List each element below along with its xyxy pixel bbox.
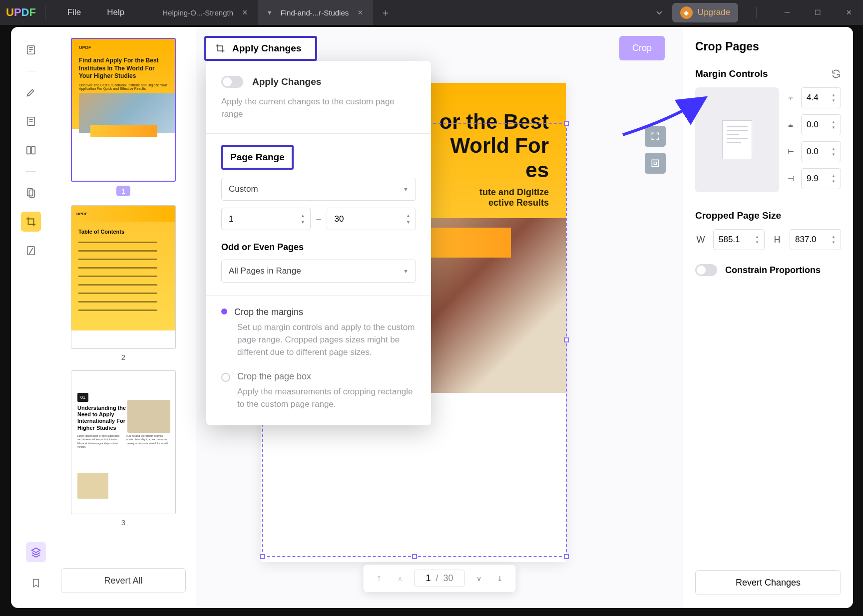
tab-find[interactable]: ▾ Find-and-...r-Studies ×	[258, 0, 373, 25]
reset-crop-button[interactable]	[645, 153, 666, 174]
divider	[756, 7, 757, 18]
radio-crop-margins[interactable]: Crop the margins	[221, 307, 416, 317]
step-down-icon[interactable]: ▼	[832, 125, 836, 130]
svg-rect-7	[652, 160, 658, 166]
revert-changes-button[interactable]: Revert Changes	[695, 570, 841, 595]
margin-left-icon: ⊢	[785, 147, 796, 156]
step-up-icon[interactable]: ▲	[832, 235, 836, 239]
constrain-toggle[interactable]	[695, 264, 717, 276]
apply-toggle[interactable]	[221, 76, 243, 88]
decor-strip	[90, 125, 157, 137]
first-page-button[interactable]: ⤒	[372, 572, 386, 586]
crop-handle[interactable]	[564, 337, 569, 342]
margin-right-input[interactable]: 9.9▲▼	[801, 168, 841, 189]
crop-handle[interactable]	[260, 554, 265, 559]
divider	[206, 133, 431, 134]
last-page-button[interactable]: ⤓	[493, 572, 507, 586]
input-value: 0.0	[807, 120, 819, 130]
step-down-icon[interactable]: ▼	[832, 179, 836, 184]
page-size-title: Cropped Page Size	[695, 210, 781, 221]
step-down-icon[interactable]: ▼	[832, 152, 836, 157]
page-range-select[interactable]: Custom ▼	[221, 178, 416, 201]
upgrade-label: Upgrade	[698, 7, 730, 17]
thumb-title: Understanding the Need to Apply Internat…	[77, 405, 128, 431]
reset-icon[interactable]	[831, 69, 841, 79]
thumb-sub: Discover The Best Educational Institute …	[79, 83, 168, 90]
minimize-button[interactable]: ─	[785, 8, 790, 16]
tab-helping[interactable]: Helping-O...-Strength ×	[152, 0, 257, 25]
height-input[interactable]: 837.0▲▼	[790, 229, 841, 250]
tool-redact[interactable]	[21, 241, 41, 261]
step-down-icon[interactable]: ▼	[755, 240, 759, 245]
input-value: 1	[229, 214, 233, 224]
chevron-down-icon: ▼	[403, 186, 409, 192]
svg-rect-3	[31, 147, 35, 154]
photo-icon	[77, 473, 108, 499]
maximize-button[interactable]: ☐	[815, 8, 821, 16]
svg-rect-0	[27, 46, 35, 54]
close-icon[interactable]: ×	[358, 7, 363, 18]
step-up-icon[interactable]: ▲	[832, 147, 836, 151]
margin-left-input[interactable]: 0.0▲▼	[801, 141, 841, 162]
step-up-icon[interactable]: ▲	[832, 93, 836, 97]
margin-bottom-icon: ⫨	[785, 121, 796, 129]
radio-crop-box[interactable]: Crop the page box	[221, 371, 416, 382]
upgrade-button[interactable]: ◆ Upgrade	[672, 3, 738, 22]
width-input[interactable]: 585.1▲▼	[713, 229, 765, 250]
revert-all-button[interactable]: Revert All	[61, 568, 186, 593]
tool-organize[interactable]	[21, 183, 41, 203]
current-page: 1	[426, 573, 431, 584]
odd-even-select[interactable]: All Pages in Range ▼	[221, 260, 416, 283]
popover-apply-title: Apply Changes	[252, 76, 321, 87]
next-page-button[interactable]: ∨	[472, 572, 486, 586]
close-button[interactable]: ✕	[846, 8, 852, 16]
step-down-icon[interactable]: ▼	[301, 220, 305, 225]
tool-reader[interactable]	[21, 40, 41, 60]
apply-changes-button[interactable]: Apply Changes	[204, 36, 317, 61]
menu-file[interactable]: File	[67, 7, 81, 17]
margin-top-input[interactable]: 4.4▲▼	[801, 87, 841, 108]
prev-page-button[interactable]: ∧	[393, 572, 407, 586]
tool-layers[interactable]	[26, 542, 46, 562]
crop-handle[interactable]	[564, 121, 569, 126]
tool-edit[interactable]	[21, 111, 41, 131]
page-range-title: Page Range	[221, 145, 294, 170]
thumb-toc: Table of Contents	[78, 229, 168, 235]
menu-help[interactable]: Help	[107, 7, 124, 17]
chevron-down-icon[interactable]	[655, 8, 663, 16]
thumbnail-3[interactable]: 01 Understanding the Need to Apply Inter…	[71, 370, 176, 514]
range-from-input[interactable]: 1 ▲▼	[221, 208, 311, 230]
input-value: 9.9	[807, 174, 819, 184]
crop-handle[interactable]	[412, 554, 417, 559]
crop-handle[interactable]	[564, 554, 569, 559]
tool-bookmark[interactable]	[26, 573, 46, 593]
thumbnail-2[interactable]: UPDF Table of Contents	[71, 205, 176, 349]
margin-bottom-input[interactable]: 0.0▲▼	[801, 114, 841, 135]
step-down-icon[interactable]: ▼	[832, 98, 836, 103]
brand-chip: UPDF	[76, 212, 87, 216]
thumbnail-1[interactable]: UPDF Find and Apply For the Best Institu…	[71, 38, 176, 182]
tool-crop[interactable]	[21, 212, 41, 232]
input-value: 837.0	[795, 235, 817, 245]
page-input[interactable]: 1 / 30	[414, 570, 464, 587]
tool-forms[interactable]	[21, 140, 41, 160]
tool-annotate[interactable]	[21, 82, 41, 102]
step-up-icon[interactable]: ▲	[832, 120, 836, 124]
divider	[26, 71, 36, 71]
apply-popover: Apply Changes Apply the current changes …	[206, 61, 431, 425]
step-up-icon[interactable]: ▲	[832, 174, 836, 178]
upgrade-badge-icon: ◆	[680, 6, 693, 19]
step-up-icon[interactable]: ▲	[406, 213, 411, 218]
radio-unchecked-icon	[221, 373, 230, 382]
radio-label: Crop the page box	[237, 371, 311, 382]
step-up-icon[interactable]: ▲	[301, 213, 305, 218]
step-up-icon[interactable]: ▲	[755, 235, 759, 239]
odd-even-title: Odd or Even Pages	[221, 242, 416, 253]
range-to-input[interactable]: 30 ▲▼	[327, 208, 416, 230]
pager: ⤒ ∧ 1 / 30 ∨ ⤓	[363, 565, 515, 592]
step-down-icon[interactable]: ▼	[406, 220, 411, 225]
crop-button[interactable]: Crop	[619, 36, 665, 60]
close-icon[interactable]: ×	[242, 7, 248, 18]
add-tab-button[interactable]: ＋	[373, 0, 398, 25]
step-down-icon[interactable]: ▼	[832, 240, 836, 245]
